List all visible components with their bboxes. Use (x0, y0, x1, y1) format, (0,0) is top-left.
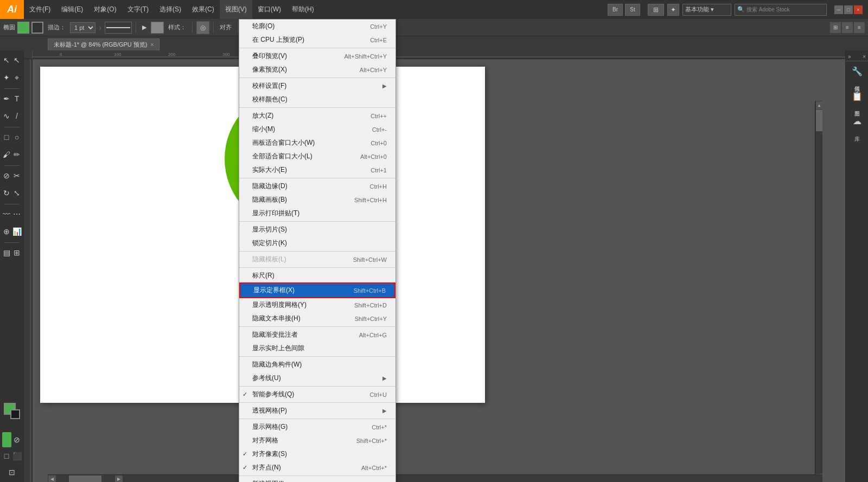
document-tab[interactable]: 未标题-1* @ 84% (RGB/GPU 预览) × (48, 38, 159, 50)
build-tool[interactable]: ⊕ (2, 224, 11, 239)
menu-item-l[interactable]: 全部适合窗口大小(L)Alt+Ctrl+0 (239, 150, 395, 163)
artboard-tool[interactable]: ⊡ (3, 465, 21, 480)
menu-item-f[interactable]: 校样设置(F)▶ (239, 79, 395, 93)
stroke-dropdown[interactable]: 1 pt (70, 22, 95, 33)
magic-wand-icon[interactable]: ✦ (667, 4, 679, 16)
scale-tool[interactable]: ⤡ (12, 185, 22, 201)
stock-icon[interactable]: St (625, 4, 640, 16)
freeform-tool[interactable]: ⋯ (12, 207, 22, 222)
hscroll-right[interactable]: ▶ (115, 475, 123, 482)
fill-color-swatch[interactable] (17, 22, 29, 34)
vscroll-up[interactable]: ▲ (816, 101, 822, 109)
hscroll-left[interactable]: ◀ (48, 475, 56, 482)
rotate-tool[interactable]: ↻ (2, 185, 11, 201)
line-tool[interactable]: / (12, 108, 22, 124)
fill-indicator[interactable] (2, 432, 11, 447)
menu-item-h[interactable]: 隐藏文本串接(H)Shift+Ctrl+Y (239, 312, 395, 325)
magic-select-tool[interactable]: ✦ (2, 70, 11, 85)
menu-item-b[interactable]: 隐藏画板(B)Shift+Ctrl+H (239, 193, 395, 207)
direct-select-tool[interactable]: ↖ (12, 53, 22, 68)
arrange-icon1[interactable]: ⊞ (830, 22, 841, 33)
gradient-tool[interactable]: ▤ (2, 245, 11, 260)
menu-item-e[interactable]: 实际大小(E)Ctrl+1 (239, 163, 395, 177)
screen-mode-2[interactable]: ⬛ (12, 448, 22, 464)
bridge-icon[interactable]: Br (608, 4, 623, 16)
menu-item-s[interactable]: ✓对齐像素(S) (239, 447, 395, 461)
type-tool[interactable]: T (12, 91, 22, 106)
tab-close-btn[interactable]: × (151, 42, 154, 48)
scissors-tool[interactable]: ✂ (12, 168, 22, 183)
maximize-btn[interactable]: □ (844, 5, 853, 14)
menu-help[interactable]: 帮助(H) (286, 0, 320, 19)
close-btn[interactable]: × (854, 5, 863, 14)
mesh-tool[interactable]: ⊞ (12, 245, 22, 260)
workspace-label[interactable]: 基本功能 ▾ (682, 4, 731, 16)
menu-file[interactable]: 文件(F) (24, 0, 56, 19)
style-label2: 样式： (166, 22, 188, 33)
menu-item-n[interactable]: ✓对齐点(N)Alt+Ctrl+* (239, 461, 395, 474)
style-swatch[interactable] (151, 22, 164, 34)
menu-item-g[interactable]: 显示网格(G)Ctrl+* (239, 420, 395, 434)
pencil-tool[interactable]: ✏ (12, 147, 22, 162)
menu-item-s[interactable]: 显示切片(S) (239, 223, 395, 236)
none-indicator[interactable]: ⊘ (12, 432, 22, 447)
menu-item-u[interactable]: 参考线(U)▶ (239, 371, 395, 385)
panel-properties[interactable]: 🔧 (846, 61, 869, 81)
menu-item-q[interactable]: ✓智能参考线(Q)Ctrl+U (239, 388, 395, 401)
panel-libraries[interactable]: ☁ (846, 111, 869, 131)
opacity-icon[interactable]: ◎ (196, 21, 209, 34)
menu-item-cpup[interactable]: 在 CPU 上预览(P)Ctrl+E (239, 33, 395, 47)
pen-tool[interactable]: ✒ (2, 91, 11, 106)
menu-item-[interactable]: 对齐网格Shift+Ctrl+* (239, 434, 395, 447)
workspace-layout-icon[interactable]: ⊞ (648, 4, 664, 16)
stroke-color-swatch[interactable] (31, 22, 43, 34)
menu-item-w[interactable]: 隐藏边角构件(W) (239, 358, 395, 371)
panel-layers[interactable]: 📋 (846, 86, 869, 106)
menu-select[interactable]: 选择(S) (154, 0, 187, 19)
ellipse-tool[interactable]: ○ (12, 130, 22, 145)
vscroll-thumb[interactable] (816, 110, 822, 131)
eraser-tool[interactable]: ⊘ (2, 168, 11, 183)
menu-item-c[interactable]: 校样颜色(C) (239, 93, 395, 106)
minimize-btn[interactable]: ─ (834, 5, 843, 14)
arrange-icon3[interactable]: ≡ (854, 22, 865, 33)
menu-item-p[interactable]: 透视网格(P)▶ (239, 404, 395, 417)
menu-item-r[interactable]: 标尺(R) (239, 269, 395, 282)
screen-mode-1[interactable]: □ (2, 448, 11, 464)
vscroll[interactable]: ▲ ▼ (815, 101, 822, 482)
menu-item-m[interactable]: 缩小(M)Ctrl+- (239, 123, 395, 136)
menu-object[interactable]: 对象(O) (88, 0, 122, 19)
menu-item-x[interactable]: 像素预览(X)Alt+Ctrl+Y (239, 63, 395, 76)
chart-tool[interactable]: 📊 (12, 224, 22, 239)
stroke-swatch[interactable] (10, 409, 20, 419)
menu-item-d[interactable]: 隐藏边缘(D)Ctrl+H (239, 179, 395, 193)
menu-item-[interactable]: 显示实时上色间隙 (239, 342, 395, 355)
warp-tool[interactable]: 〰 (2, 207, 11, 222)
curve-tool[interactable]: ∿ (2, 108, 11, 124)
menu-item-k[interactable]: 锁定切片(K) (239, 236, 395, 250)
menu-item-i[interactable]: 新建视图(I)... (239, 477, 395, 482)
menu-item-o[interactable]: 轮廓(O)Ctrl+Y (239, 20, 395, 33)
menu-item-[interactable]: 隐藏渐变批注者Alt+Ctrl+G (239, 328, 395, 342)
menu-text[interactable]: 文字(T) (122, 0, 154, 19)
menu-edit[interactable]: 编辑(E) (56, 0, 88, 19)
hscroll[interactable]: ◀ ▶ (48, 474, 822, 482)
lasso-tool[interactable]: ⌖ (12, 70, 22, 85)
menu-effect[interactable]: 效果(C) (187, 0, 220, 19)
menu-item-t[interactable]: 显示打印拼贴(T) (239, 207, 395, 220)
menu-item-y[interactable]: 显示透明度网格(Y)Shift+Ctrl+D (239, 298, 395, 312)
arrange-icon2[interactable]: ≡ (842, 22, 853, 33)
select-tool[interactable]: ↖ (2, 53, 11, 68)
menu-item-v[interactable]: 叠印预览(V)Alt+Shift+Ctrl+Y (239, 49, 395, 63)
menu-item-x[interactable]: 显示定界框(X)Shift+Ctrl+B (239, 282, 395, 298)
menu-view[interactable]: 视图(V) (220, 0, 252, 19)
menu-item-label: 缩小(M) (252, 125, 363, 134)
menu-item-z[interactable]: 放大(Z)Ctrl++ (239, 109, 395, 123)
panel-close-icon[interactable]: × (863, 54, 866, 60)
menu-window[interactable]: 窗口(W) (252, 0, 286, 19)
paintbrush-tool[interactable]: 🖌 (2, 147, 11, 162)
menu-item-w[interactable]: 画板适合窗口大小(W)Ctrl+0 (239, 136, 395, 150)
rect-tool[interactable]: □ (2, 130, 11, 145)
hscroll-thumb[interactable] (69, 475, 101, 482)
panel-expand-icon[interactable]: » (848, 54, 851, 60)
